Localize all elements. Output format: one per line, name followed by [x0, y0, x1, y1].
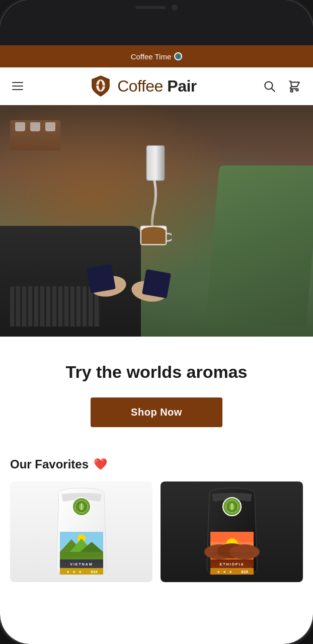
barista-apron [205, 166, 313, 327]
svg-text:$18: $18 [241, 570, 248, 574]
product-bag-vietnam: VIETNAM ★ ★ ★ $18 [10, 481, 152, 582]
logo-coffee: Coffee [117, 77, 167, 95]
svg-rect-3 [146, 145, 165, 181]
front-camera [172, 5, 178, 11]
favorites-header: Our Favorites ❤️ [10, 457, 303, 471]
logo-pair: Pair [167, 77, 196, 95]
small-cup-3 [45, 122, 55, 131]
header: Coffee Pair [0, 67, 313, 105]
svg-text:★: ★ [223, 570, 226, 574]
logo-shield-icon [89, 74, 112, 98]
svg-rect-10 [142, 269, 171, 298]
svg-text:★: ★ [66, 570, 69, 574]
heart-icon: ❤️ [94, 458, 107, 471]
status-bar: Coffee Time 🌐 [0, 45, 313, 67]
phone-shell: Coffee Time 🌐 Coff [0, 0, 313, 644]
svg-text:★: ★ [229, 570, 232, 574]
product-card-ethiopia[interactable]: ETHIOPIA ★ ★ ★ $18 [161, 481, 303, 582]
phone-top [0, 0, 313, 45]
logo-text: Coffee Pair [117, 77, 197, 96]
globe-icon: 🌐 [174, 52, 182, 60]
svg-point-43 [229, 544, 260, 559]
search-button[interactable] [261, 77, 278, 95]
status-bar-title: Coffee Time 🌐 [131, 52, 183, 61]
cart-button[interactable] [286, 77, 303, 95]
svg-text:★: ★ [79, 570, 82, 574]
svg-text:ETHIOPIA: ETHIOPIA [219, 562, 244, 566]
svg-text:$18: $18 [91, 570, 98, 574]
shop-now-button[interactable]: Shop Now [91, 397, 222, 427]
svg-text:★: ★ [72, 570, 75, 574]
vietnam-bag-icon: VIETNAM ★ ★ ★ $18 [49, 484, 114, 580]
promo-section: Try the worlds aromas Shop Now [0, 337, 313, 447]
status-bar-text: Coffee Time [131, 52, 172, 61]
background-table [10, 120, 60, 150]
search-icon [263, 79, 276, 93]
logo-link[interactable]: Coffee Pair [89, 74, 197, 98]
speaker [135, 6, 166, 9]
menu-button[interactable] [10, 80, 25, 92]
products-grid: VIETNAM ★ ★ ★ $18 [10, 481, 303, 582]
favorites-section: Our Favorites ❤️ [0, 447, 313, 597]
cart-icon [288, 79, 301, 93]
product-card-vietnam[interactable]: VIETNAM ★ ★ ★ $18 [10, 481, 152, 582]
phone-screen[interactable]: Coffee Time 🌐 Coff [0, 45, 313, 644]
svg-text:★: ★ [217, 570, 220, 574]
product-bag-ethiopia: ETHIOPIA ★ ★ ★ $18 [161, 481, 303, 582]
small-cup-1 [15, 122, 25, 131]
small-cup-2 [30, 122, 40, 131]
header-icons [261, 77, 303, 95]
svg-line-2 [272, 89, 275, 92]
hero-image [0, 105, 313, 337]
ethiopia-bag-icon: ETHIOPIA ★ ★ ★ $18 [199, 484, 265, 580]
favorites-title: Our Favorites [10, 457, 89, 471]
svg-text:VIETNAM: VIETNAM [70, 562, 93, 566]
hero-scene [0, 105, 313, 337]
promo-heading: Try the worlds aromas [10, 362, 303, 382]
phone-notch [116, 0, 197, 15]
pour-stream-icon [131, 145, 172, 246]
barista-hands-icon [79, 236, 179, 316]
svg-rect-9 [87, 264, 116, 293]
